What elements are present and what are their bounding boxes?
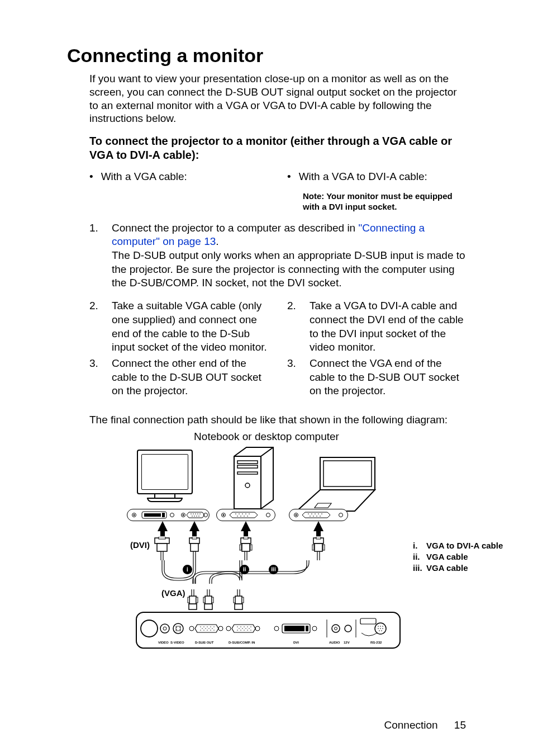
svg-point-96 bbox=[207, 630, 207, 630]
laptop-port-strip bbox=[289, 509, 348, 521]
svg-point-42 bbox=[313, 516, 314, 517]
svg-point-11 bbox=[183, 514, 184, 516]
svg-point-111 bbox=[240, 630, 241, 630]
svg-point-9 bbox=[170, 513, 174, 517]
svg-point-76 bbox=[163, 627, 166, 630]
vga-connector-icon bbox=[202, 588, 215, 613]
port-label-svideo: S-VIDEO bbox=[170, 641, 184, 644]
svg-point-131 bbox=[380, 628, 381, 629]
svg-point-85 bbox=[200, 626, 201, 627]
svg-rect-66 bbox=[205, 596, 212, 604]
svg-rect-48 bbox=[157, 544, 167, 551]
arrow-up-icon bbox=[241, 521, 251, 536]
svg-point-88 bbox=[210, 626, 211, 627]
dvi-label: (DVI) bbox=[130, 540, 150, 550]
step-number-3l: 3. bbox=[89, 357, 101, 398]
svg-point-80 bbox=[179, 627, 180, 628]
page-title: Connecting a monitor bbox=[67, 45, 466, 67]
connection-diagram: i ii iii (DVI) (VGA) bbox=[127, 446, 406, 653]
svg-rect-60 bbox=[312, 545, 314, 550]
svg-rect-70 bbox=[235, 596, 242, 604]
step-number-3r: 3. bbox=[287, 357, 298, 398]
legend-i-text: VGA to DVI-A cable bbox=[426, 540, 503, 551]
port-label-audio: AUDIO bbox=[329, 641, 340, 644]
svg-point-31 bbox=[244, 516, 245, 517]
right-bullet: With a VGA to DVI-A cable: bbox=[299, 170, 427, 184]
port-label-rs232: RS-232 bbox=[370, 641, 382, 644]
svg-point-128 bbox=[380, 626, 381, 627]
intro-paragraph: If you want to view your presentation cl… bbox=[89, 72, 466, 125]
svg-point-121 bbox=[332, 625, 340, 632]
svg-point-36 bbox=[308, 513, 309, 514]
arrow-up-icon bbox=[189, 521, 199, 536]
svg-rect-71 bbox=[234, 597, 235, 603]
svg-rect-125 bbox=[360, 618, 376, 624]
svg-point-109 bbox=[249, 628, 249, 629]
svg-rect-63 bbox=[188, 597, 189, 603]
svg-point-33 bbox=[266, 513, 270, 517]
note-text: Note: Your monitor must be equipped with… bbox=[303, 191, 466, 212]
diagram-legend: i.VGA to DVI-A cable ii.VGA cable iii.VG… bbox=[413, 540, 508, 574]
footer-page-number: 15 bbox=[454, 719, 466, 731]
svg-rect-78 bbox=[176, 626, 180, 631]
svg-rect-117 bbox=[284, 626, 304, 631]
svg-point-113 bbox=[247, 630, 248, 630]
svg-point-106 bbox=[239, 628, 239, 629]
svg-point-87 bbox=[207, 626, 207, 627]
svg-rect-47 bbox=[159, 537, 165, 539]
svg-point-13 bbox=[193, 513, 194, 514]
port-label-12v: 12V bbox=[344, 641, 350, 644]
port-label-dsubout: D-SUB OUT bbox=[195, 641, 213, 644]
svg-point-112 bbox=[244, 630, 244, 630]
svg-point-44 bbox=[320, 516, 321, 517]
port-label-video: VIDEO bbox=[158, 641, 169, 644]
svg-rect-54 bbox=[242, 544, 250, 551]
svg-rect-51 bbox=[191, 544, 198, 551]
svg-rect-62 bbox=[189, 596, 196, 604]
step-number-2r: 2. bbox=[287, 299, 298, 355]
svg-point-123 bbox=[345, 625, 351, 632]
svg-point-90 bbox=[202, 628, 202, 629]
arrow-up-icon bbox=[313, 521, 323, 536]
svg-rect-8 bbox=[162, 513, 165, 517]
svg-rect-7 bbox=[144, 513, 161, 517]
svg-point-82 bbox=[179, 629, 180, 630]
svg-point-38 bbox=[315, 513, 316, 514]
svg-point-114 bbox=[250, 630, 251, 630]
svg-point-16 bbox=[199, 513, 201, 514]
svg-point-108 bbox=[245, 628, 246, 629]
desktop-port-strip bbox=[216, 509, 275, 521]
svg-point-91 bbox=[205, 628, 206, 629]
right-step-3: Connect the VGA end of the cable to the … bbox=[310, 357, 466, 398]
diagram-caption: Notebook or desktop computer bbox=[67, 431, 466, 443]
vga-connector-icon bbox=[186, 588, 199, 613]
svg-point-30 bbox=[240, 516, 241, 517]
arrow-up-icon bbox=[158, 521, 168, 536]
svg-point-129 bbox=[382, 626, 383, 627]
step1-text-b: . bbox=[216, 235, 218, 247]
svg-point-41 bbox=[310, 516, 311, 517]
subheading: To connect the projector to a monitor (e… bbox=[89, 134, 466, 162]
svg-point-134 bbox=[381, 630, 382, 631]
svg-rect-61 bbox=[323, 545, 325, 550]
svg-point-89 bbox=[213, 626, 214, 627]
svg-point-101 bbox=[237, 626, 237, 627]
svg-point-95 bbox=[203, 630, 204, 630]
step1-text-c: The D-SUB output only works when an appr… bbox=[112, 249, 465, 289]
svg-point-81 bbox=[176, 629, 177, 630]
svg-point-102 bbox=[240, 626, 241, 627]
svg-point-107 bbox=[242, 628, 242, 629]
svg-point-75 bbox=[160, 624, 169, 633]
svg-rect-55 bbox=[240, 545, 241, 550]
svg-point-24 bbox=[235, 513, 236, 514]
svg-point-5 bbox=[134, 514, 135, 516]
step-number-1: 1. bbox=[89, 221, 101, 290]
svg-point-86 bbox=[203, 626, 204, 627]
svg-point-83 bbox=[189, 626, 194, 631]
legend-ii-text: VGA cable bbox=[426, 551, 468, 563]
svg-point-99 bbox=[226, 626, 231, 631]
vga-connector-icon bbox=[232, 588, 245, 613]
left-step-2: Take a suitable VGA cable (only one supp… bbox=[112, 299, 268, 355]
monitor-port-strip bbox=[127, 509, 210, 521]
svg-point-77 bbox=[173, 623, 183, 634]
